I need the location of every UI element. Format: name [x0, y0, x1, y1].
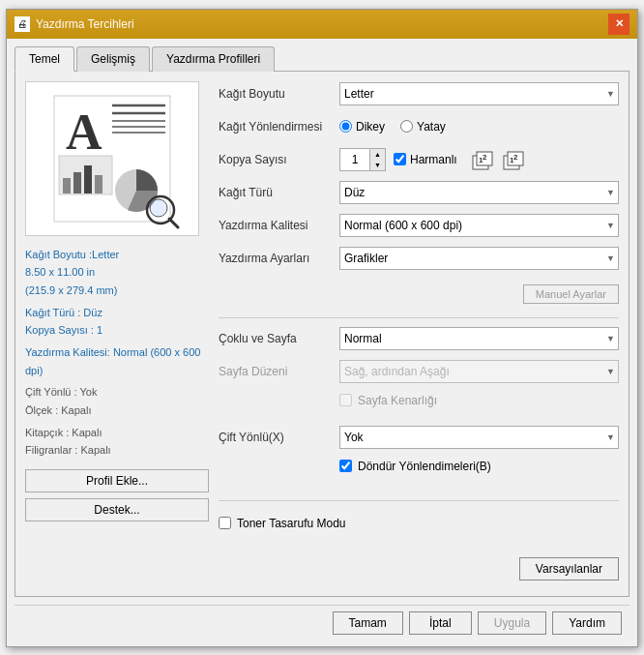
- copies-row: ▲ ▼ Harmanlı: [339, 148, 619, 171]
- tab-bar: Temel Gelişmiş Yazdırma Profilleri: [15, 46, 629, 72]
- varsayilanlar-button[interactable]: Varsayılanlar: [519, 557, 619, 581]
- close-button[interactable]: ✕: [608, 14, 629, 35]
- info-cift: Çift Yönlü : Yok: [25, 383, 209, 402]
- svg-line-15: [169, 219, 178, 227]
- sayfa-duzeni-row: Sayfa Düzeni Sağ, ardından Aşağı: [219, 359, 619, 384]
- yatay-radio[interactable]: [400, 120, 413, 133]
- spinner-down[interactable]: ▼: [369, 160, 385, 170]
- sayfa-kenarlik-checkbox: [339, 394, 352, 406]
- dikey-option[interactable]: Dikey: [339, 120, 385, 134]
- toner-row: Toner Tasarufu Modu: [219, 515, 619, 540]
- kopya-input[interactable]: [340, 149, 369, 170]
- kagit-yonlendirmesi-label: Kağıt Yönlendirmesi: [219, 120, 339, 134]
- info-filigran: Filigranlar : Kapalı: [25, 441, 209, 460]
- tab-content: A: [15, 71, 629, 597]
- toner-label: Toner Tasarufu Modu: [237, 517, 346, 530]
- coklu-sayfa-label: Çoklu ve Sayfa: [219, 332, 339, 345]
- yonlendirme-radio-group: Dikey Yatay: [339, 120, 619, 134]
- toner-checkbox[interactable]: [219, 517, 231, 529]
- kopya-spinner: ▲ ▼: [339, 148, 386, 171]
- kopya-sayisi-row: Kopya Sayısı ▲ ▼ Harma: [219, 147, 619, 172]
- content-layout: A: [25, 81, 619, 581]
- svg-text:2: 2: [513, 153, 518, 162]
- harmanli-checkbox[interactable]: [394, 153, 406, 165]
- preview-panel: A: [25, 81, 209, 581]
- title-controls: ✕: [608, 14, 629, 35]
- toner-check[interactable]: Toner Tasarufu Modu: [219, 517, 346, 530]
- profil-ekle-button[interactable]: Profil Ekle...: [25, 469, 209, 492]
- divider-2: [219, 500, 619, 501]
- preview-svg: A: [35, 86, 190, 231]
- kopya-sayisi-label: Kopya Sayısı: [219, 153, 339, 166]
- coklu-sayfa-select[interactable]: Normal: [339, 327, 619, 350]
- svg-rect-11: [95, 175, 102, 194]
- manuel-ayarlar-button[interactable]: Manuel Ayarlar: [523, 284, 619, 304]
- destek-button[interactable]: Destek...: [25, 498, 209, 521]
- kagit-turu-label: Kağıt Türü: [219, 186, 339, 199]
- divider-1: [219, 317, 619, 318]
- svg-rect-8: [63, 178, 71, 194]
- yazdir-ayarlari-row: Yazdırma Ayarları Grafikler: [219, 246, 619, 271]
- preview-info: Kağıt Boyutu :Letter 8.50 x 11.00 in (21…: [25, 246, 209, 461]
- kagit-boyutu-select[interactable]: Letter: [339, 82, 619, 105]
- window-body: Temel Gelişmiş Yazdırma Profilleri A: [7, 39, 637, 646]
- info-kopya: Kopya Sayısı : 1: [25, 321, 209, 340]
- spinner-up[interactable]: ▲: [369, 149, 385, 160]
- coklu-sayfa-row: Çoklu ve Sayfa Normal: [219, 326, 619, 351]
- sayfa-duzeni-select: Sağ, ardından Aşağı: [339, 360, 619, 383]
- sayfa-kenarlik-check[interactable]: Sayfa Kenarlığı: [339, 394, 437, 407]
- cift-yonlu-select[interactable]: Yok: [339, 426, 619, 449]
- svg-text:2: 2: [483, 153, 487, 162]
- yazdir-ayarlari-label: Yazdırma Ayarları: [219, 252, 339, 265]
- kagit-turu-select[interactable]: Düz: [339, 181, 619, 204]
- dialog-buttons: Tamam İptal Uygula Yardım: [15, 605, 629, 639]
- title-text: Yazdırma Tercihleri: [36, 17, 134, 31]
- yazdir-kalitesi-select-wrapper: Normal (600 x 600 dpi): [339, 214, 619, 237]
- yazdir-ayarlari-select-wrapper: Grafikler: [339, 247, 619, 270]
- spinner-buttons: ▲ ▼: [369, 149, 385, 170]
- info-tur: Kağıt Türü : Düz: [25, 304, 209, 322]
- yazdir-kalitesi-select[interactable]: Normal (600 x 600 dpi): [339, 214, 619, 237]
- main-window: 🖨 Yazdırma Tercihleri ✕ Temel Gelişmiş Y…: [6, 9, 638, 647]
- dondur-check[interactable]: Döndür Yönlendimeleri(B): [339, 460, 491, 473]
- kagit-yonlendirmesi-row: Kağıt Yönlendirmesi Dikey Yatay: [219, 114, 619, 139]
- dondur-row: Döndür Yönlendimeleri(B): [219, 458, 619, 483]
- kagit-turu-row: Kağıt Türü Düz: [219, 180, 619, 205]
- yazdir-kalitesi-row: Yazdırma Kalitesi Normal (600 x 600 dpi): [219, 213, 619, 238]
- sayfa-kenarlik-label: Sayfa Kenarlığı: [358, 394, 437, 407]
- settings-panel: Kağıt Boyutu Letter Kağıt Yönlendirmesi: [219, 81, 619, 581]
- cift-yonlu-label: Çift Yönlü(X): [219, 431, 339, 444]
- iptal-button[interactable]: İptal: [409, 611, 472, 635]
- info-olcek2: Ölçek : Kapalı: [25, 402, 209, 420]
- harmanli-check[interactable]: Harmanlı: [394, 153, 457, 166]
- yardim-button[interactable]: Yardım: [552, 611, 622, 635]
- svg-rect-9: [73, 172, 81, 194]
- printer-icon: 🖨: [15, 16, 30, 32]
- tamam-button[interactable]: Tamam: [333, 611, 403, 635]
- dikey-radio[interactable]: [339, 120, 352, 133]
- title-bar: 🖨 Yazdırma Tercihleri ✕: [7, 10, 637, 39]
- yazdir-ayarlari-select[interactable]: Grafikler: [339, 247, 619, 270]
- info-kalite1: Yazdırma Kalitesi: Normal (600 x 600: [25, 343, 209, 362]
- tab-temel[interactable]: Temel: [15, 46, 74, 72]
- left-buttons: Profil Ekle... Destek...: [25, 469, 209, 521]
- uygula-button[interactable]: Uygula: [478, 611, 546, 635]
- title-bar-left: 🖨 Yazdırma Tercihleri: [15, 16, 134, 32]
- info-kitapcik: Kitapçık : Kapalı: [25, 424, 209, 442]
- preview-image: A: [25, 81, 199, 236]
- info-kalite2: dpi): [25, 362, 209, 380]
- collate-icon-2: 1 2: [502, 148, 529, 171]
- tab-gelismis[interactable]: Gelişmiş: [76, 46, 150, 72]
- tab-profiller[interactable]: Yazdırma Profilleri: [152, 46, 275, 72]
- svg-text:A: A: [66, 104, 102, 160]
- dondur-label: Döndür Yönlendimeleri(B): [358, 460, 491, 473]
- dondur-checkbox[interactable]: [339, 460, 352, 472]
- sayfa-duzeni-select-wrapper: Sağ, ardından Aşağı: [339, 360, 619, 383]
- cift-yonlu-select-wrapper: Yok: [339, 426, 619, 449]
- svg-rect-10: [84, 165, 92, 194]
- svg-point-14: [150, 199, 167, 217]
- kagit-boyutu-row: Kağıt Boyutu Letter: [219, 81, 619, 106]
- yatay-option[interactable]: Yatay: [400, 120, 446, 134]
- collate-icons: 1 2 1 2: [471, 148, 529, 171]
- kagit-boyutu-select-wrapper: Letter: [339, 82, 619, 105]
